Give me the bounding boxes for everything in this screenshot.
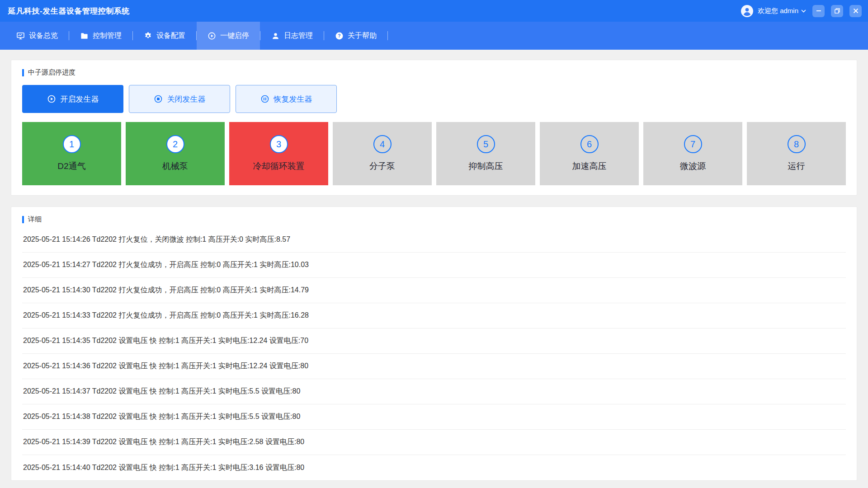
log-row: 2025-05-21 15:14:36 Td2202 设置电压 快 控制:1 高… — [22, 354, 846, 379]
step-card-mechanical-pump: 2 机械泵 — [126, 122, 225, 185]
log-row: 2025-05-21 15:14:38 Td2202 设置电压 快 控制:1 高… — [22, 404, 846, 430]
step-label: 加速高压 — [572, 160, 607, 172]
tab-log-management[interactable]: 日志管理 — [260, 22, 324, 50]
minimize-icon — [816, 8, 821, 14]
close-button[interactable] — [849, 5, 862, 17]
neutron-progress-panel: 中子源启停进度 开启发生器 关闭发生器 恢复发生器 1 D2通气 2 — [11, 60, 857, 196]
minimize-button[interactable] — [812, 5, 825, 17]
step-number-badge: 1 — [63, 135, 81, 153]
tab-one-key-start-stop[interactable]: 一键启停 — [197, 22, 260, 50]
step-card-suppress-hv: 5 抑制高压 — [436, 122, 535, 185]
nav-divider — [387, 31, 388, 40]
generator-actions: 开启发生器 关闭发生器 恢复发生器 — [22, 85, 846, 113]
panel-header: 详细 — [22, 215, 846, 224]
panel-title: 详细 — [28, 215, 42, 224]
log-list: 2025-05-21 15:14:26 Td2202 打火复位，关闭微波 控制:… — [22, 227, 846, 480]
detail-log-panel: 详细 2025-05-21 15:14:26 Td2202 打火复位，关闭微波 … — [11, 206, 857, 481]
main-content: 中子源启停进度 开启发生器 关闭发生器 恢复发生器 1 D2通气 2 — [0, 50, 868, 488]
log-row: 2025-05-21 15:14:30 Td2202 打火复位成功，开启高压 控… — [22, 278, 846, 303]
tab-label: 一键启停 — [220, 31, 249, 41]
chevron-down-icon — [801, 9, 806, 13]
stop-generator-button[interactable]: 关闭发生器 — [129, 85, 230, 113]
step-label: 微波源 — [680, 160, 706, 172]
maximize-icon — [835, 8, 840, 14]
monitor-icon — [16, 32, 25, 40]
close-icon — [853, 8, 859, 14]
log-row: 2025-05-21 15:14:35 Td2202 设置电压 快 控制:1 高… — [22, 328, 846, 354]
tab-control-management[interactable]: 控制管理 — [69, 22, 132, 50]
log-row: 2025-05-21 15:14:40 Td2202 设置电压 快 控制:1 高… — [22, 455, 846, 480]
step-card-d2-vent: 1 D2通气 — [22, 122, 121, 185]
svg-text:?: ? — [338, 33, 340, 38]
tab-label: 关于帮助 — [348, 31, 377, 41]
step-card-accelerate-hv: 6 加速高压 — [540, 122, 639, 185]
step-label: 抑制高压 — [469, 160, 503, 172]
step-number-badge: 6 — [580, 135, 599, 153]
log-row: 2025-05-21 15:14:33 Td2202 打火复位成功，开启高压 控… — [22, 303, 846, 328]
app-title: 延凡科技-发生器设备管理控制系统 — [8, 6, 130, 16]
panel-header: 中子源启停进度 — [22, 68, 846, 77]
tab-label: 设备配置 — [156, 31, 185, 41]
tab-device-overview[interactable]: 设备总览 — [5, 22, 69, 50]
button-label: 关闭发生器 — [167, 94, 206, 104]
play-circle-icon — [47, 94, 56, 103]
tab-label: 设备总览 — [29, 31, 58, 41]
user-avatar-icon — [741, 5, 753, 17]
tab-device-config[interactable]: 设备配置 — [133, 22, 196, 50]
play-circle-icon — [208, 32, 216, 40]
resume-generator-button[interactable]: 恢复发生器 — [236, 85, 337, 113]
step-cards: 1 D2通气 2 机械泵 3 冷却循环装置 4 分子泵 5 抑制高压 6 加速高… — [22, 122, 846, 185]
header-accent-bar — [22, 216, 24, 223]
step-card-microwave-source: 7 微波源 — [643, 122, 742, 185]
titlebar-right: 欢迎您 admin — [741, 5, 862, 17]
start-generator-button[interactable]: 开启发生器 — [22, 85, 123, 113]
step-label: 分子泵 — [369, 160, 395, 172]
step-number-badge: 2 — [166, 135, 184, 153]
step-number-badge: 3 — [270, 135, 288, 153]
log-row: 2025-05-21 15:14:37 Td2202 设置电压 快 控制:1 高… — [22, 379, 846, 404]
button-label: 恢复发生器 — [274, 94, 312, 104]
step-number-badge: 8 — [788, 135, 806, 153]
step-label: 冷却循环装置 — [253, 160, 305, 172]
step-number-badge: 5 — [477, 135, 495, 153]
step-number-badge: 7 — [684, 135, 702, 153]
button-label: 开启发生器 — [61, 94, 99, 104]
user-menu[interactable]: 欢迎您 admin — [758, 7, 806, 15]
user-icon — [271, 32, 280, 40]
tab-label: 日志管理 — [284, 31, 313, 41]
log-row: 2025-05-21 15:14:27 Td2202 打火复位成功，开启高压 控… — [22, 253, 846, 278]
gear-icon — [144, 32, 152, 40]
step-label: 机械泵 — [162, 160, 188, 172]
welcome-text: 欢迎您 admin — [758, 7, 798, 15]
panel-title: 中子源启停进度 — [28, 68, 75, 77]
help-icon: ? — [335, 32, 344, 40]
tab-label: 控制管理 — [93, 31, 122, 41]
step-card-molecular-pump: 4 分子泵 — [333, 122, 432, 185]
log-row: 2025-05-21 15:14:26 Td2202 打火复位，关闭微波 控制:… — [22, 227, 846, 253]
maximize-button[interactable] — [831, 5, 843, 17]
step-card-cooling-cycle: 3 冷却循环装置 — [229, 122, 328, 185]
nav-bar: 设备总览 控制管理 设备配置 一键启停 日志管理 ? 关于帮助 — [0, 22, 868, 50]
step-label: 运行 — [788, 160, 805, 172]
step-label: D2通气 — [57, 160, 85, 172]
log-row: 2025-05-21 15:14:39 Td2202 设置电压 快 控制:1 高… — [22, 430, 846, 455]
step-card-running: 8 运行 — [747, 122, 846, 185]
stop-circle-icon — [154, 94, 163, 103]
header-accent-bar — [22, 69, 24, 76]
tab-about-help[interactable]: ? 关于帮助 — [324, 22, 387, 50]
folder-icon — [80, 32, 89, 40]
titlebar: 延凡科技-发生器设备管理控制系统 欢迎您 admin — [0, 0, 868, 22]
step-number-badge: 4 — [373, 135, 392, 153]
pause-circle-icon — [260, 94, 269, 103]
